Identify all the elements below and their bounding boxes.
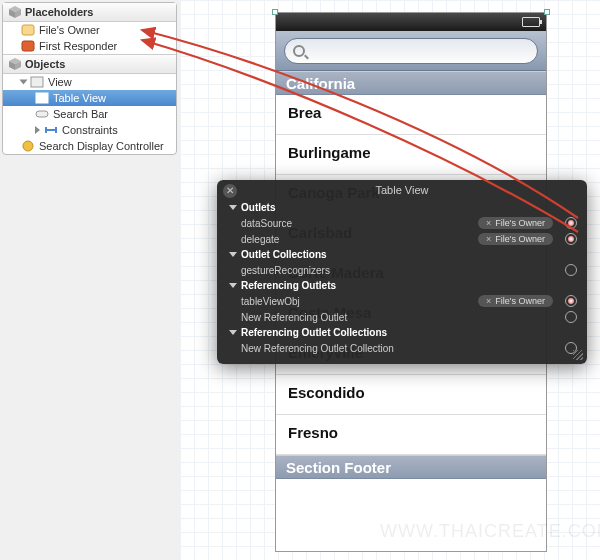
outlet-collections-section[interactable]: Outlet Collections: [217, 247, 587, 262]
search-display-controller-item[interactable]: Search Display Controller: [3, 138, 176, 154]
selection-handle[interactable]: [272, 9, 278, 15]
objects-section-header: Objects: [3, 54, 176, 74]
disclosure-triangle-icon[interactable]: [229, 252, 237, 257]
svg-rect-6: [36, 111, 48, 117]
cube-icon: [9, 58, 21, 70]
table-section-footer: Section Footer: [276, 455, 546, 479]
battery-icon: [522, 17, 540, 27]
disclosure-triangle-icon[interactable]: [35, 126, 40, 134]
table-cell[interactable]: Fresno: [276, 415, 546, 455]
interface-builder-canvas[interactable]: California Brea Burlingame Canoga Park C…: [180, 0, 600, 560]
first-responder-item[interactable]: First Responder: [3, 38, 176, 54]
new-referencing-outlet-collection-label: New Referencing Outlet Collection: [241, 343, 553, 354]
svg-rect-1: [22, 41, 34, 51]
disclosure-triangle-icon[interactable]: [20, 80, 28, 85]
placeholders-section-header: Placeholders: [3, 3, 176, 22]
placeholders-label: Placeholders: [25, 6, 93, 18]
svg-point-10: [23, 141, 33, 151]
first-responder-icon: [21, 40, 35, 52]
connection-port[interactable]: [565, 295, 577, 307]
gesture-recognizers-label: gestureRecognizers: [241, 265, 553, 276]
close-button[interactable]: ✕: [223, 184, 237, 198]
disclosure-triangle-icon[interactable]: [229, 205, 237, 210]
connection-port[interactable]: [565, 217, 577, 229]
view-icon: [30, 76, 44, 88]
delegate-connection[interactable]: ×File's Owner: [478, 233, 553, 245]
search-display-controller-label: Search Display Controller: [39, 140, 164, 152]
datasource-outlet-row: dataSource ×File's Owner: [217, 215, 587, 231]
referencing-outlet-collections-header: Referencing Outlet Collections: [241, 327, 387, 338]
table-cell[interactable]: Brea: [276, 95, 546, 135]
search-icon: [293, 45, 305, 57]
new-referencing-outlet-collection-row: New Referencing Outlet Collection: [217, 340, 587, 356]
remove-connection-icon[interactable]: ×: [486, 234, 491, 244]
files-owner-label: File's Owner: [39, 24, 100, 36]
objects-label: Objects: [25, 58, 65, 70]
table-cell[interactable]: Escondido: [276, 375, 546, 415]
referencing-outlets-section[interactable]: Referencing Outlets: [217, 278, 587, 293]
connections-inspector[interactable]: ✕ Table View Outlets dataSource ×File's …: [217, 180, 587, 364]
table-cell[interactable]: Burlingame: [276, 135, 546, 175]
document-outline: Placeholders File's Owner First Responde…: [2, 2, 177, 155]
connection-port[interactable]: [565, 233, 577, 245]
datasource-label: dataSource: [241, 218, 472, 229]
table-section-header: California: [276, 71, 546, 95]
constraints-label: Constraints: [62, 124, 118, 136]
new-referencing-outlet-row: New Referencing Outlet: [217, 309, 587, 325]
resize-handle[interactable]: [573, 350, 583, 360]
gesture-recognizers-row: gestureRecognizers: [217, 262, 587, 278]
connection-port[interactable]: [565, 311, 577, 323]
remove-connection-icon[interactable]: ×: [486, 218, 491, 228]
hud-title-bar[interactable]: ✕ Table View: [217, 180, 587, 200]
cube-icon: [9, 6, 21, 18]
referencing-outlets-header: Referencing Outlets: [241, 280, 336, 291]
delegate-outlet-row: delegate ×File's Owner: [217, 231, 587, 247]
first-responder-label: First Responder: [39, 40, 117, 52]
watermark: WWW.THAICREATE.COM: [380, 521, 600, 542]
svg-rect-0: [22, 25, 34, 35]
search-bar-icon: [35, 108, 49, 120]
files-owner-item[interactable]: File's Owner: [3, 22, 176, 38]
outlets-section[interactable]: Outlets: [217, 200, 587, 215]
table-view-icon: [35, 92, 49, 104]
files-owner-icon: [21, 24, 35, 36]
constraints-icon: [44, 124, 58, 136]
table-view-item[interactable]: Table View: [3, 90, 176, 106]
outlets-header: Outlets: [241, 202, 275, 213]
disclosure-triangle-icon[interactable]: [229, 283, 237, 288]
svg-rect-3: [36, 93, 48, 103]
table-view-label: Table View: [53, 92, 106, 104]
datasource-connection[interactable]: ×File's Owner: [478, 217, 553, 229]
connection-port[interactable]: [565, 264, 577, 276]
svg-rect-2: [31, 77, 43, 87]
search-bar-label: Search Bar: [53, 108, 108, 120]
status-bar: [276, 13, 546, 31]
disclosure-triangle-icon[interactable]: [229, 330, 237, 335]
tableviewobj-label: tableViewObj: [241, 296, 472, 307]
tableviewobj-connection[interactable]: ×File's Owner: [478, 295, 553, 307]
search-display-controller-icon: [21, 140, 35, 152]
outlet-collections-header: Outlet Collections: [241, 249, 327, 260]
new-referencing-outlet-label: New Referencing Outlet: [241, 312, 553, 323]
delegate-label: delegate: [241, 234, 472, 245]
search-toolbar: [276, 31, 546, 71]
hud-title: Table View: [376, 184, 429, 196]
referencing-outlet-collections-section[interactable]: Referencing Outlet Collections: [217, 325, 587, 340]
selection-handle[interactable]: [544, 9, 550, 15]
view-item[interactable]: View: [3, 74, 176, 90]
constraints-item[interactable]: Constraints: [3, 122, 176, 138]
search-bar-item[interactable]: Search Bar: [3, 106, 176, 122]
search-input[interactable]: [284, 38, 538, 64]
remove-connection-icon[interactable]: ×: [486, 296, 491, 306]
view-label: View: [48, 76, 72, 88]
tableviewobj-row: tableViewObj ×File's Owner: [217, 293, 587, 309]
